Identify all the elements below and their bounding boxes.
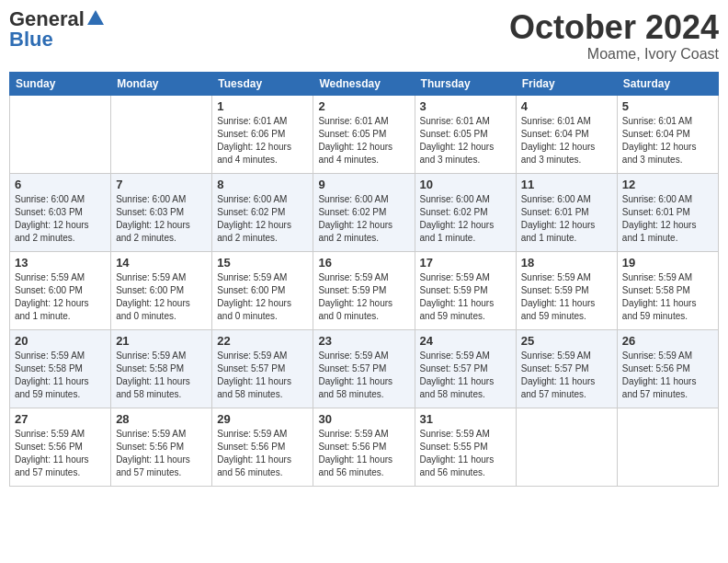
page-header: General Blue October 2024 Moame, Ivory C… <box>9 9 719 63</box>
calendar-cell: 19Sunrise: 5:59 AMSunset: 5:58 PMDayligh… <box>617 251 718 329</box>
cell-content: Sunrise: 5:59 AMSunset: 5:55 PMDaylight:… <box>420 428 511 479</box>
calendar-cell <box>516 408 617 486</box>
day-number: 8 <box>217 178 308 191</box>
calendar-cell: 11Sunrise: 6:00 AMSunset: 6:01 PMDayligh… <box>516 173 617 251</box>
day-header-saturday: Saturday <box>617 72 718 95</box>
logo: General Blue <box>9 9 104 50</box>
day-header-friday: Friday <box>516 72 617 95</box>
day-number: 16 <box>318 256 409 270</box>
calendar-cell: 3Sunrise: 6:01 AMSunset: 6:05 PMDaylight… <box>415 95 516 173</box>
logo-blue-text: Blue <box>9 29 53 50</box>
calendar-cell: 1Sunrise: 6:01 AMSunset: 6:06 PMDaylight… <box>212 95 313 173</box>
calendar-week-1: 1Sunrise: 6:01 AMSunset: 6:06 PMDaylight… <box>10 95 719 173</box>
day-number: 17 <box>420 256 511 270</box>
calendar-cell: 26Sunrise: 5:59 AMSunset: 5:56 PMDayligh… <box>617 329 718 408</box>
cell-content: Sunrise: 5:59 AMSunset: 6:00 PMDaylight:… <box>116 271 207 323</box>
day-number: 4 <box>521 99 612 113</box>
cell-content: Sunrise: 5:59 AMSunset: 5:59 PMDaylight:… <box>521 271 612 323</box>
cell-content: Sunrise: 6:01 AMSunset: 6:04 PMDaylight:… <box>521 115 612 167</box>
calendar-week-2: 6Sunrise: 6:00 AMSunset: 6:03 PMDaylight… <box>10 173 719 251</box>
calendar-cell: 6Sunrise: 6:00 AMSunset: 6:03 PMDaylight… <box>10 173 111 251</box>
cell-content: Sunrise: 5:59 AMSunset: 5:56 PMDaylight:… <box>318 428 409 479</box>
calendar-cell: 15Sunrise: 5:59 AMSunset: 6:00 PMDayligh… <box>212 251 313 329</box>
calendar-week-4: 20Sunrise: 5:59 AMSunset: 5:58 PMDayligh… <box>10 329 719 408</box>
calendar-cell <box>10 95 111 173</box>
cell-content: Sunrise: 6:00 AMSunset: 6:02 PMDaylight:… <box>420 193 511 245</box>
day-number: 6 <box>15 178 106 191</box>
calendar-cell: 21Sunrise: 5:59 AMSunset: 5:58 PMDayligh… <box>111 329 212 408</box>
day-number: 26 <box>622 334 713 348</box>
calendar-cell: 23Sunrise: 5:59 AMSunset: 5:57 PMDayligh… <box>313 329 415 408</box>
calendar-table: SundayMondayTuesdayWednesdayThursdayFrid… <box>9 72 719 487</box>
calendar-cell: 12Sunrise: 6:00 AMSunset: 6:01 PMDayligh… <box>617 173 718 251</box>
calendar-cell: 24Sunrise: 5:59 AMSunset: 5:57 PMDayligh… <box>415 329 516 408</box>
calendar-cell: 31Sunrise: 5:59 AMSunset: 5:55 PMDayligh… <box>415 408 516 486</box>
day-header-sunday: Sunday <box>10 72 111 95</box>
day-number: 28 <box>116 412 207 426</box>
day-number: 24 <box>420 334 511 348</box>
month-title: October 2024 <box>509 9 719 46</box>
day-number: 3 <box>420 99 511 113</box>
day-number: 2 <box>318 99 409 113</box>
calendar-cell: 7Sunrise: 6:00 AMSunset: 6:03 PMDaylight… <box>111 173 212 251</box>
cell-content: Sunrise: 6:01 AMSunset: 6:06 PMDaylight:… <box>217 115 308 167</box>
day-number: 25 <box>521 334 612 348</box>
calendar-week-5: 27Sunrise: 5:59 AMSunset: 5:56 PMDayligh… <box>10 408 719 486</box>
calendar-cell: 27Sunrise: 5:59 AMSunset: 5:56 PMDayligh… <box>10 408 111 486</box>
calendar-week-3: 13Sunrise: 5:59 AMSunset: 6:00 PMDayligh… <box>10 251 719 329</box>
day-header-wednesday: Wednesday <box>313 72 415 95</box>
cell-content: Sunrise: 5:59 AMSunset: 5:58 PMDaylight:… <box>15 350 106 401</box>
calendar-cell <box>617 408 718 486</box>
cell-content: Sunrise: 5:59 AMSunset: 5:57 PMDaylight:… <box>318 350 409 401</box>
day-number: 14 <box>116 256 207 270</box>
calendar-cell: 28Sunrise: 5:59 AMSunset: 5:56 PMDayligh… <box>111 408 212 486</box>
day-number: 15 <box>217 256 308 270</box>
location-subtitle: Moame, Ivory Coast <box>509 46 719 63</box>
calendar-cell: 17Sunrise: 5:59 AMSunset: 5:59 PMDayligh… <box>415 251 516 329</box>
cell-content: Sunrise: 6:01 AMSunset: 6:04 PMDaylight:… <box>622 115 713 167</box>
calendar-cell: 18Sunrise: 5:59 AMSunset: 5:59 PMDayligh… <box>516 251 617 329</box>
calendar-cell <box>111 95 212 173</box>
day-number: 30 <box>318 412 409 426</box>
day-number: 7 <box>116 178 207 191</box>
cell-content: Sunrise: 5:59 AMSunset: 5:58 PMDaylight:… <box>116 350 207 401</box>
day-header-thursday: Thursday <box>415 72 516 95</box>
cell-content: Sunrise: 6:00 AMSunset: 6:02 PMDaylight:… <box>217 193 308 245</box>
calendar-cell: 25Sunrise: 5:59 AMSunset: 5:57 PMDayligh… <box>516 329 617 408</box>
day-number: 29 <box>217 412 308 426</box>
cell-content: Sunrise: 5:59 AMSunset: 5:57 PMDaylight:… <box>217 350 308 401</box>
calendar-cell: 5Sunrise: 6:01 AMSunset: 6:04 PMDaylight… <box>617 95 718 173</box>
day-number: 31 <box>420 412 511 426</box>
cell-content: Sunrise: 6:01 AMSunset: 6:05 PMDaylight:… <box>318 115 409 167</box>
cell-content: Sunrise: 5:59 AMSunset: 5:56 PMDaylight:… <box>116 428 207 479</box>
calendar-cell: 20Sunrise: 5:59 AMSunset: 5:58 PMDayligh… <box>10 329 111 408</box>
cell-content: Sunrise: 6:00 AMSunset: 6:01 PMDaylight:… <box>622 193 713 245</box>
cell-content: Sunrise: 6:00 AMSunset: 6:02 PMDaylight:… <box>318 193 409 245</box>
logo-general-text: General <box>9 9 85 29</box>
day-number: 1 <box>217 99 308 113</box>
cell-content: Sunrise: 5:59 AMSunset: 5:59 PMDaylight:… <box>420 271 511 323</box>
day-header-tuesday: Tuesday <box>212 72 313 95</box>
calendar-cell: 8Sunrise: 6:00 AMSunset: 6:02 PMDaylight… <box>212 173 313 251</box>
calendar-cell: 13Sunrise: 5:59 AMSunset: 6:00 PMDayligh… <box>10 251 111 329</box>
title-area: October 2024 Moame, Ivory Coast <box>509 9 719 63</box>
day-number: 19 <box>622 256 713 270</box>
day-number: 10 <box>420 178 511 191</box>
day-number: 22 <box>217 334 308 348</box>
day-number: 27 <box>15 412 106 426</box>
cell-content: Sunrise: 5:59 AMSunset: 5:56 PMDaylight:… <box>622 350 713 401</box>
cell-content: Sunrise: 5:59 AMSunset: 5:57 PMDaylight:… <box>521 350 612 401</box>
cell-content: Sunrise: 5:59 AMSunset: 5:57 PMDaylight:… <box>420 350 511 401</box>
cell-content: Sunrise: 5:59 AMSunset: 5:59 PMDaylight:… <box>318 271 409 323</box>
calendar-cell: 4Sunrise: 6:01 AMSunset: 6:04 PMDaylight… <box>516 95 617 173</box>
logo-triangle-icon <box>87 10 104 25</box>
day-number: 21 <box>116 334 207 348</box>
calendar-cell: 2Sunrise: 6:01 AMSunset: 6:05 PMDaylight… <box>313 95 415 173</box>
calendar-cell: 30Sunrise: 5:59 AMSunset: 5:56 PMDayligh… <box>313 408 415 486</box>
day-number: 9 <box>318 178 409 191</box>
calendar-cell: 9Sunrise: 6:00 AMSunset: 6:02 PMDaylight… <box>313 173 415 251</box>
day-number: 5 <box>622 99 713 113</box>
calendar-cell: 22Sunrise: 5:59 AMSunset: 5:57 PMDayligh… <box>212 329 313 408</box>
day-number: 23 <box>318 334 409 348</box>
cell-content: Sunrise: 6:00 AMSunset: 6:01 PMDaylight:… <box>521 193 612 245</box>
